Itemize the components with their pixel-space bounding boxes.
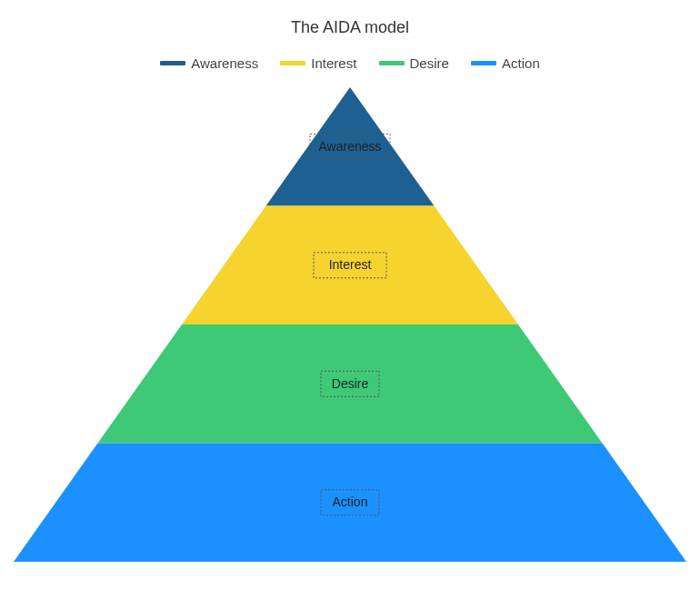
segment-label-desire: Desire (332, 376, 369, 391)
chart-container: The AIDA model Awareness Interest Desire… (0, 0, 700, 589)
segment-label-awareness: Awareness (318, 139, 381, 154)
pyramid-segments (14, 87, 686, 562)
segment-label-action: Action (333, 494, 368, 509)
pyramid-chart: Awareness Interest Desire Action (0, 0, 700, 589)
segment-label-interest: Interest (329, 257, 372, 272)
